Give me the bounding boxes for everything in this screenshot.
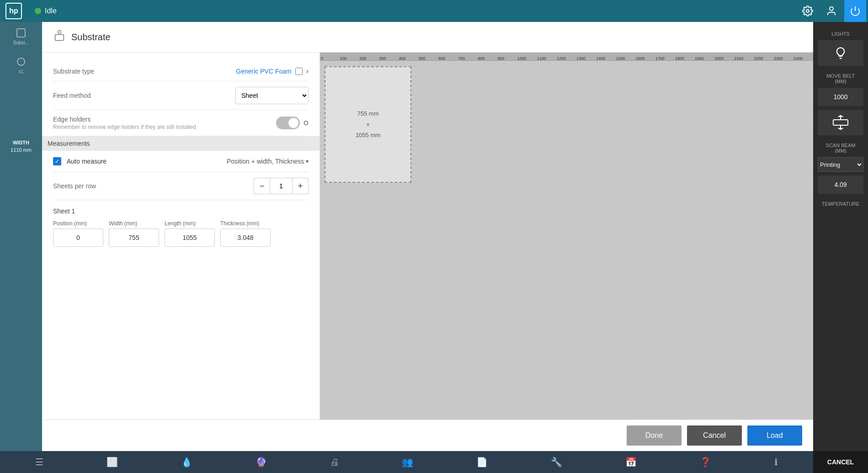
- svg-point-4: [17, 58, 25, 65]
- counter-plus-button[interactable]: +: [292, 178, 309, 194]
- move-belt-value[interactable]: 1000: [818, 88, 863, 106]
- feed-method-label: Feed method: [53, 92, 235, 99]
- position-input[interactable]: [53, 229, 103, 247]
- modal-header-icon: [53, 29, 66, 45]
- substrate-type-arrow[interactable]: ›: [306, 67, 309, 75]
- modal-footer: Done Cancel Load: [42, 420, 813, 451]
- width-field: Width (mm): [109, 220, 159, 247]
- bottom-users-icon[interactable]: 👥: [402, 457, 413, 468]
- status-area: Idle: [27, 7, 57, 15]
- sidebar-substrate-label: Subst...: [13, 40, 29, 45]
- load-button[interactable]: Load: [747, 425, 802, 446]
- sheet-dim-line2: 1055 mm: [356, 132, 380, 138]
- scan-beam-value[interactable]: 4.09: [818, 175, 863, 194]
- sheets-per-row-row: Sheets per row − +: [53, 172, 309, 200]
- bottom-help-icon[interactable]: ❓: [700, 457, 711, 468]
- svg-rect-5: [833, 120, 848, 125]
- sidebar-x1-label: x1: [19, 69, 24, 74]
- bottom-print-icon[interactable]: 🖨: [330, 457, 339, 468]
- footer-right: Done Cancel Load: [627, 425, 802, 446]
- left-sidebar: Subst... x1 WIDTH 1110 mm: [0, 22, 42, 451]
- substrate-type-value-group: Generic PVC Foam ›: [236, 67, 309, 75]
- bottom-substrate-icon[interactable]: ⬜: [107, 457, 118, 468]
- bottom-pages-icon[interactable]: 📄: [476, 457, 488, 468]
- sidebar-item-width: WIDTH 1110 mm: [0, 134, 42, 158]
- modal: Substrate Substrate type Generic PVC Foa…: [42, 22, 813, 451]
- bottom-info-icon[interactable]: ℹ: [774, 457, 778, 468]
- counter-control: − +: [254, 178, 309, 194]
- checkmark-icon: ✓: [55, 158, 59, 165]
- svg-rect-3: [17, 29, 25, 37]
- thickness-input[interactable]: [220, 229, 271, 247]
- status-dot: [35, 8, 41, 14]
- top-bar-right: [797, 0, 868, 22]
- edge-holders-label: Edge holders: [53, 116, 276, 123]
- bottom-glass-icon[interactable]: 🔮: [256, 457, 267, 468]
- bottom-list-icon[interactable]: ☰: [35, 457, 43, 468]
- auto-measure-checkbox[interactable]: ✓: [53, 157, 61, 165]
- position-dropdown[interactable]: Position + width, Thickness ▾: [227, 158, 309, 165]
- bottom-tool-icon[interactable]: 🔧: [551, 457, 562, 468]
- sheet-fields: Position (mm) Width (mm) Length (mm) Thi…: [53, 220, 309, 247]
- sheet-dim-line1: 755 mm: [357, 110, 379, 117]
- modal-title: Substrate: [71, 32, 111, 43]
- lights-button[interactable]: [818, 40, 863, 66]
- substrate-type-checkbox[interactable]: [295, 68, 303, 75]
- edge-holders-left: Edge holders Remember to remove edge hol…: [53, 116, 276, 130]
- position-field: Position (mm): [53, 220, 103, 247]
- length-field: Length (mm): [165, 220, 215, 247]
- auto-measure-row: ✓ Auto measure Position + width, Thickne…: [53, 151, 309, 172]
- settings-button[interactable]: [797, 0, 819, 22]
- counter-minus-button[interactable]: −: [254, 178, 270, 194]
- preview-panel: 0 100 200 300 400 500 600 700 800 900 10…: [320, 53, 813, 420]
- hp-logo: hp: [0, 0, 27, 22]
- svg-rect-7: [55, 35, 64, 41]
- modal-body: Substrate type Generic PVC Foam › Feed m…: [42, 53, 813, 420]
- position-dropdown-label: Position + width, Thickness: [227, 158, 304, 165]
- sheets-per-row-label: Sheets per row: [53, 182, 254, 190]
- toggle-o-label: O: [304, 119, 309, 127]
- edge-holders-toggle-container: O: [276, 117, 309, 129]
- scan-beam-select[interactable]: Printing: [818, 157, 863, 172]
- status-text: Idle: [45, 7, 57, 15]
- bottom-ink-icon[interactable]: 💧: [181, 457, 192, 468]
- right-panel: LIGHTS MOVE BELT(MM) 1000 SCAN BEAM(MM) …: [813, 22, 868, 473]
- edge-holders-row: Edge holders Remember to remove edge hol…: [53, 110, 309, 136]
- sidebar-item-x1[interactable]: x1: [0, 51, 42, 80]
- sidebar-item-substrate[interactable]: Subst...: [0, 22, 42, 51]
- move-belt-icon-button[interactable]: [818, 110, 863, 135]
- edge-holders-toggle[interactable]: [276, 117, 300, 129]
- length-input[interactable]: [165, 229, 215, 247]
- length-label: Length (mm): [165, 220, 215, 227]
- cancel-button[interactable]: Cancel: [687, 425, 742, 446]
- power-button[interactable]: [844, 0, 866, 22]
- measurements-header: Measurements: [42, 136, 320, 151]
- substrate-type-link[interactable]: Generic PVC Foam: [236, 68, 291, 75]
- substrate-type-label: Substrate type: [53, 68, 236, 75]
- cancel-label: CANCEL: [827, 458, 854, 466]
- done-button[interactable]: Done: [627, 425, 682, 446]
- edge-holders-sublabel: Remember to remove edge holders if they …: [53, 124, 276, 130]
- hp-logo-icon: hp: [5, 3, 22, 19]
- sheet-title: Sheet 1: [53, 207, 309, 215]
- temperature-label: TEMPERATURE: [822, 201, 859, 207]
- user-button[interactable]: [820, 0, 842, 22]
- bottom-bar: ☰ ⬜ 💧 🔮 🖨 👥 📄 🔧 📅 ❓ ℹ: [0, 451, 813, 473]
- thickness-label: Thickness (mm): [220, 220, 271, 227]
- feed-method-row: Feed method Sheet Roll: [53, 81, 309, 110]
- svg-point-0: [806, 10, 809, 12]
- width-input[interactable]: [109, 229, 159, 247]
- thickness-field: Thickness (mm): [220, 220, 271, 247]
- sheets-per-row-input[interactable]: [270, 178, 292, 194]
- feed-method-select[interactable]: Sheet Roll: [235, 87, 309, 104]
- auto-measure-label: Auto measure: [67, 158, 221, 165]
- width-label: Width (mm): [109, 220, 159, 227]
- scan-beam-label: SCAN BEAM(MM): [826, 143, 856, 154]
- sheet-section: Sheet 1 Position (mm) Width (mm) Length …: [53, 200, 309, 254]
- sheet-dim-x: ×: [366, 121, 370, 128]
- svg-point-1: [830, 7, 833, 11]
- cancel-bar[interactable]: CANCEL: [813, 451, 868, 473]
- bottom-calendar-icon[interactable]: 📅: [625, 457, 637, 468]
- sheet-dimensions-label: 755 mm × 1055 mm: [356, 108, 380, 140]
- position-label: Position (mm): [53, 220, 103, 227]
